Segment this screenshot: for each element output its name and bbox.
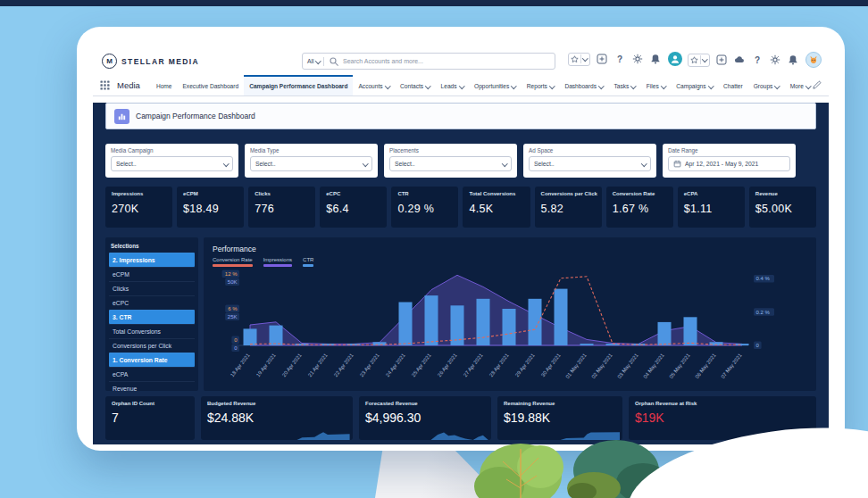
add-icon[interactable] — [716, 54, 728, 66]
kpi-value: $18.49 — [183, 203, 238, 215]
filter-select[interactable]: Select.. — [111, 156, 233, 171]
legend-ctr[interactable]: CTR — [303, 257, 313, 267]
cloud-icon[interactable] — [734, 54, 746, 66]
x-tick-label: 26 Apr 2021 — [437, 352, 458, 377]
tab-campaigns[interactable]: Campaigns — [671, 75, 718, 95]
app-launcher-icon[interactable] — [100, 80, 110, 90]
ctr-bar[interactable] — [529, 298, 542, 344]
tab-opportunities[interactable]: Opportunities — [469, 75, 522, 95]
favorites-star-icon[interactable] — [568, 53, 590, 66]
global-search-input[interactable]: All Search Accounts and more... — [302, 53, 555, 70]
kpi-tile-revenue: Revenue$5.00K — [749, 187, 816, 228]
ctr-bar[interactable] — [684, 317, 697, 345]
ctr-bar[interactable] — [658, 321, 672, 344]
kpi-tile-ecpm: eCPM$18.49 — [177, 187, 244, 228]
page-title: Campaign Performance Dashboard — [136, 112, 255, 120]
ctr-bar[interactable] — [244, 328, 257, 345]
kpi-label: eCPC — [326, 191, 380, 196]
selection-item-clicks[interactable]: Clicks — [109, 281, 195, 295]
tab-tasks[interactable]: Tasks — [608, 75, 640, 95]
tab-label: Dashboards — [564, 83, 597, 89]
scene: M STELLAR MEDIA All Search Accounts and … — [0, 0, 868, 498]
astro-avatar[interactable] — [805, 52, 822, 68]
ctr-bar[interactable] — [503, 309, 516, 345]
help-icon[interactable]: ? — [614, 54, 626, 65]
x-tick-label: 04 May 2021 — [642, 352, 664, 378]
selection-item-1-conversion-rate[interactable]: 1. Conversion Rate — [109, 353, 195, 367]
revenue-sparkline — [262, 422, 350, 440]
add-icon[interactable] — [597, 54, 608, 65]
kpi-value: $24.88K — [207, 411, 346, 425]
ctr-bar[interactable] — [270, 325, 283, 344]
ctr-bar[interactable] — [321, 344, 335, 345]
notifications-bell-icon[interactable] — [650, 54, 662, 65]
tab-more[interactable]: More — [785, 75, 812, 95]
selection-item-ecpc[interactable]: eCPC — [109, 295, 195, 310]
top-strip — [0, 0, 868, 6]
tab-executive-dashboard[interactable]: Executive Dashboard — [177, 75, 244, 95]
setup-gear-icon[interactable] — [632, 54, 644, 65]
tab-leads[interactable]: Leads — [436, 75, 469, 95]
tab-label: Home — [156, 83, 172, 89]
tab-dashboards[interactable]: Dashboards — [559, 75, 608, 95]
performance-chart[interactable]: 12 %50K6 %25K000.4 %0.2 %018 Apr 202119 … — [213, 267, 813, 386]
filter-select[interactable]: Select.. — [529, 156, 651, 171]
ctr-bar[interactable] — [373, 342, 387, 345]
tab-accounts[interactable]: Accounts — [353, 75, 395, 95]
tab-home[interactable]: Home — [151, 75, 178, 95]
chevron-down-icon — [641, 161, 647, 166]
bottom-kpi-row: Orphan ID Count7Budgeted Revenue$24.88KF… — [105, 396, 816, 440]
favorites-star-icon[interactable] — [688, 54, 710, 67]
chevron-down-icon — [223, 161, 229, 166]
kpi-value: 776 — [255, 203, 309, 215]
search-scope-dropdown[interactable]: All — [307, 58, 320, 64]
filter-label: Media Campaign — [111, 147, 233, 154]
ctr-bar[interactable] — [736, 344, 749, 345]
setup-gear-icon[interactable] — [770, 54, 781, 66]
ctr-bar[interactable] — [555, 288, 568, 344]
global-header: M STELLAR MEDIA All Search Accounts and … — [93, 46, 829, 75]
x-tick-label: 05 May 2021 — [668, 352, 690, 378]
selection-item-conversions-per-click[interactable]: Conversions per Click — [109, 338, 195, 353]
selection-item-ecpm[interactable]: eCPM — [109, 267, 195, 281]
tab-contacts[interactable]: Contacts — [395, 75, 436, 95]
page-title-bar: Campaign Performance Dashboard — [105, 103, 816, 129]
legend-impressions[interactable]: Impressions — [263, 257, 292, 267]
kpi-value: 4.5K — [469, 203, 523, 215]
x-tick-label: 07 May 2021 — [720, 352, 742, 378]
legend-label: Conversion Rate — [213, 257, 253, 262]
selection-item-3-ctr[interactable]: 3. CTR — [109, 310, 195, 324]
legend-conversion-rate[interactable]: Conversion Rate — [213, 257, 253, 267]
date-range-input[interactable]: Apr 12, 2021 - May 9, 2021 — [668, 156, 790, 171]
kpi-value: $19K — [635, 411, 810, 425]
ctr-bar[interactable] — [477, 298, 490, 344]
tab-files[interactable]: Files — [641, 75, 671, 95]
kpi-label: Budgeted Revenue — [207, 401, 346, 406]
ctr-bar[interactable] — [580, 344, 594, 345]
selection-item-total-conversions[interactable]: Total Conversions — [109, 324, 195, 338]
filter-select[interactable]: Select.. — [389, 156, 512, 171]
notifications-bell-icon[interactable] — [788, 54, 799, 66]
tab-groups[interactable]: Groups — [748, 75, 785, 95]
kpi-value: 0.29 % — [397, 203, 452, 215]
tab-chatter[interactable]: Chatter — [718, 75, 748, 95]
filter-select[interactable]: Select.. — [250, 156, 372, 171]
tab-label: Reports — [527, 83, 547, 89]
tab-label: Tasks — [613, 83, 629, 89]
help-icon[interactable]: ? — [752, 54, 764, 66]
selection-item-revenue[interactable]: Revenue — [109, 381, 195, 395]
ctr-bar[interactable] — [425, 295, 438, 345]
tab-campaign-performance-dashboard[interactable]: Campaign Performance Dashboard — [244, 75, 353, 95]
selections-list: 2. ImpressionseCPMClickseCPC3. CTRTotal … — [109, 253, 195, 395]
app-name: Media — [117, 80, 140, 90]
selection-item-ecpa[interactable]: eCPA — [109, 367, 195, 381]
edit-pencil-icon[interactable] — [812, 80, 822, 90]
selection-item-2-impressions[interactable]: 2. Impressions — [109, 253, 195, 267]
tab-reports[interactable]: Reports — [522, 75, 560, 95]
search-placeholder: Search Accounts and more... — [343, 58, 423, 64]
bottom-kpi-orphan-id-count: Orphan ID Count7 — [105, 396, 195, 440]
ctr-bar[interactable] — [451, 305, 464, 345]
app-nav-bar: Media HomeExecutive DashboardCampaign Pe… — [93, 75, 829, 96]
ctr-bar[interactable] — [399, 302, 413, 345]
user-avatar[interactable] — [668, 52, 682, 66]
